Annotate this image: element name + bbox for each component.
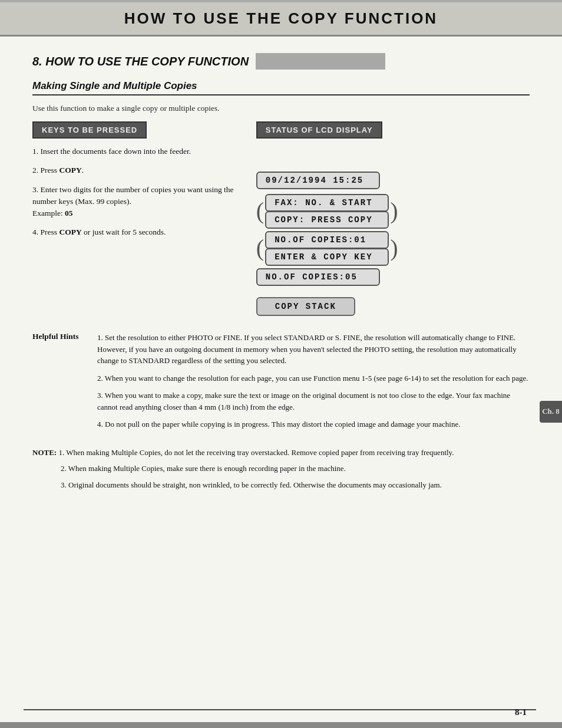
step-2: 2. Press COPY. — [32, 164, 244, 176]
page-number: 8-1 — [515, 707, 527, 717]
page-title: HOW TO USE THE COPY FUNCTION — [124, 9, 438, 27]
step-1: 1. Insert the documents face down into t… — [32, 146, 244, 157]
bracket-left-1: ( — [256, 199, 264, 223]
section-title-decoration — [256, 53, 385, 70]
lcd-date: 09/12/1994 15:25 — [256, 172, 380, 189]
bracket-right-1: ) — [390, 199, 398, 223]
step-4-num: 4. — [32, 228, 38, 236]
step-3-text: Enter two digits for the number of copie… — [32, 185, 234, 218]
left-column-header: KEYS TO BE PRESSED — [32, 121, 147, 139]
footer-bar — [0, 722, 562, 728]
fax-copy-group: ( FAX: NO. & START COPY: PRESS COPY ) — [256, 194, 398, 228]
copies-01-group: ( NO.OF COPIES:01 ENTER & COPY KEY ) — [256, 231, 398, 265]
header-bar: HOW TO USE THE COPY FUNCTION — [0, 0, 562, 37]
left-column: KEYS TO BE PRESSED 1. Insert the documen… — [32, 121, 256, 318]
step-3-num: 3. — [32, 185, 38, 194]
copies-enter-stacked: NO.OF COPIES:01 ENTER & COPY KEY — [265, 231, 389, 265]
note-section: NOTE: 1. When making Multiple Copies, do… — [32, 447, 530, 491]
section-title: 8. HOW TO USE THE COPY FUNCTION — [32, 55, 249, 68]
step-2-text: Press COPY. — [41, 166, 84, 174]
two-column-layout: KEYS TO BE PRESSED 1. Insert the documen… — [32, 121, 530, 318]
step-4: 4. Press COPY or just wait for 5 seconds… — [32, 226, 244, 238]
intro-text: Use this function to make a single copy … — [32, 104, 530, 113]
note-intro: NOTE: 1. When making Multiple Copies, do… — [32, 447, 530, 459]
section-title-bar: 8. HOW TO USE THE COPY FUNCTION — [32, 53, 530, 70]
copies-05-row: NO.OF COPIES:05 — [256, 268, 380, 286]
step-2-num: 2. — [32, 166, 38, 174]
lcd-copy-stack: COPY STACK — [256, 297, 355, 316]
step-4-text: Press COPY or just wait for 5 seconds. — [41, 228, 166, 236]
step-1-text: Insert the documents face down into the … — [41, 147, 191, 156]
steps-list: 1. Insert the documents face down into t… — [32, 146, 244, 239]
helpful-hints-section: Helpful Hints 1. Set the resolution to e… — [32, 332, 530, 436]
bracket-left-2: ( — [256, 236, 264, 260]
footer-line — [24, 709, 536, 710]
hints-content: 1. Set the resolution to either PHOTO or… — [97, 332, 530, 436]
lcd-copy-press-copy: COPY: PRESS COPY — [265, 211, 389, 229]
chapter-tab: Ch. 8 — [540, 401, 562, 423]
hint-2: 2. When you want to change the resolutio… — [97, 373, 530, 384]
lcd-enter-copy-key: ENTER & COPY KEY — [265, 248, 389, 266]
note-1-text: 1. When making Multiple Copies, do not l… — [58, 448, 454, 457]
display-area: 09/12/1994 15:25 ( FAX: NO. & START COPY… — [256, 148, 398, 318]
hints-label: Helpful Hints — [32, 332, 97, 436]
page: HOW TO USE THE COPY FUNCTION 8. HOW TO U… — [0, 0, 562, 728]
right-column: STATUS OF LCD DISPLAY 09/12/1994 15:25 (… — [256, 121, 530, 318]
lcd-fax-no-start: FAX: NO. & START — [265, 194, 389, 212]
subsection-title: Making Single and Multiple Copies — [32, 80, 530, 95]
main-content: 8. HOW TO USE THE COPY FUNCTION Making S… — [0, 37, 562, 512]
hint-3: 3. When you want to make a copy, make su… — [97, 390, 530, 413]
note-2: 2. When making Multiple Copies, make sur… — [61, 463, 530, 475]
step-1-num: 1. — [32, 147, 38, 156]
hint-1: 1. Set the resolution to either PHOTO or… — [97, 332, 530, 367]
copy-stack-row: COPY STACK — [256, 295, 355, 316]
hint-4: 4. Do not pull on the paper while copyin… — [97, 419, 530, 430]
step-3: 3. Enter two digits for the number of co… — [32, 184, 244, 220]
lcd-no-of-copies-01: NO.OF COPIES:01 — [265, 231, 389, 249]
note-3: 3. Original documents should be straight… — [61, 479, 530, 491]
lcd-no-of-copies-05: NO.OF COPIES:05 — [256, 268, 380, 286]
bracket-right-2: ) — [390, 236, 398, 260]
right-column-header: STATUS OF LCD DISPLAY — [256, 121, 382, 139]
fax-copy-stacked: FAX: NO. & START COPY: PRESS COPY — [265, 194, 389, 228]
note-label: NOTE: — [32, 448, 57, 457]
